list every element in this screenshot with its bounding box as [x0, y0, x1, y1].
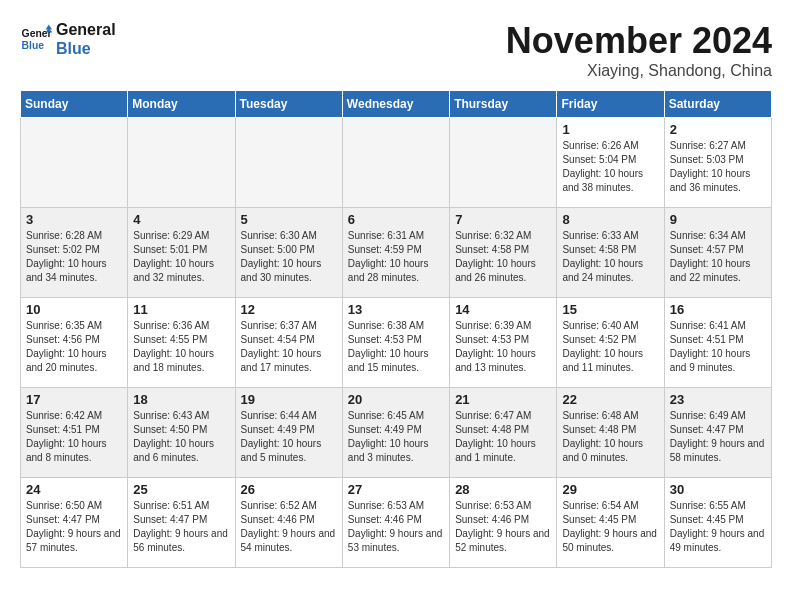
- calendar-cell: [128, 118, 235, 208]
- calendar-cell: 3Sunrise: 6:28 AM Sunset: 5:02 PM Daylig…: [21, 208, 128, 298]
- logo-icon: General Blue: [20, 23, 52, 55]
- calendar-week-3: 10Sunrise: 6:35 AM Sunset: 4:56 PM Dayli…: [21, 298, 772, 388]
- calendar-cell: 21Sunrise: 6:47 AM Sunset: 4:48 PM Dayli…: [450, 388, 557, 478]
- calendar-cell: [450, 118, 557, 208]
- day-content: Sunrise: 6:31 AM Sunset: 4:59 PM Dayligh…: [348, 229, 444, 285]
- calendar-week-1: 1Sunrise: 6:26 AM Sunset: 5:04 PM Daylig…: [21, 118, 772, 208]
- weekday-header-saturday: Saturday: [664, 91, 771, 118]
- calendar-cell: 7Sunrise: 6:32 AM Sunset: 4:58 PM Daylig…: [450, 208, 557, 298]
- day-content: Sunrise: 6:43 AM Sunset: 4:50 PM Dayligh…: [133, 409, 229, 465]
- day-number: 15: [562, 302, 658, 317]
- day-content: Sunrise: 6:34 AM Sunset: 4:57 PM Dayligh…: [670, 229, 766, 285]
- calendar-week-4: 17Sunrise: 6:42 AM Sunset: 4:51 PM Dayli…: [21, 388, 772, 478]
- day-content: Sunrise: 6:55 AM Sunset: 4:45 PM Dayligh…: [670, 499, 766, 555]
- weekday-header-tuesday: Tuesday: [235, 91, 342, 118]
- calendar-week-2: 3Sunrise: 6:28 AM Sunset: 5:02 PM Daylig…: [21, 208, 772, 298]
- day-content: Sunrise: 6:26 AM Sunset: 5:04 PM Dayligh…: [562, 139, 658, 195]
- calendar-cell: [235, 118, 342, 208]
- weekday-header-row: SundayMondayTuesdayWednesdayThursdayFrid…: [21, 91, 772, 118]
- weekday-header-wednesday: Wednesday: [342, 91, 449, 118]
- calendar-cell: 17Sunrise: 6:42 AM Sunset: 4:51 PM Dayli…: [21, 388, 128, 478]
- day-content: Sunrise: 6:33 AM Sunset: 4:58 PM Dayligh…: [562, 229, 658, 285]
- day-number: 13: [348, 302, 444, 317]
- location-subtitle: Xiaying, Shandong, China: [506, 62, 772, 80]
- calendar-cell: 15Sunrise: 6:40 AM Sunset: 4:52 PM Dayli…: [557, 298, 664, 388]
- header: General Blue General Blue November 2024 …: [20, 20, 772, 80]
- day-content: Sunrise: 6:48 AM Sunset: 4:48 PM Dayligh…: [562, 409, 658, 465]
- day-number: 29: [562, 482, 658, 497]
- calendar-cell: 6Sunrise: 6:31 AM Sunset: 4:59 PM Daylig…: [342, 208, 449, 298]
- weekday-header-friday: Friday: [557, 91, 664, 118]
- day-content: Sunrise: 6:52 AM Sunset: 4:46 PM Dayligh…: [241, 499, 337, 555]
- calendar-cell: 13Sunrise: 6:38 AM Sunset: 4:53 PM Dayli…: [342, 298, 449, 388]
- day-number: 9: [670, 212, 766, 227]
- calendar-cell: 5Sunrise: 6:30 AM Sunset: 5:00 PM Daylig…: [235, 208, 342, 298]
- calendar-cell: 23Sunrise: 6:49 AM Sunset: 4:47 PM Dayli…: [664, 388, 771, 478]
- day-content: Sunrise: 6:45 AM Sunset: 4:49 PM Dayligh…: [348, 409, 444, 465]
- calendar-cell: 28Sunrise: 6:53 AM Sunset: 4:46 PM Dayli…: [450, 478, 557, 568]
- day-content: Sunrise: 6:42 AM Sunset: 4:51 PM Dayligh…: [26, 409, 122, 465]
- calendar-cell: 30Sunrise: 6:55 AM Sunset: 4:45 PM Dayli…: [664, 478, 771, 568]
- day-content: Sunrise: 6:54 AM Sunset: 4:45 PM Dayligh…: [562, 499, 658, 555]
- calendar-cell: 8Sunrise: 6:33 AM Sunset: 4:58 PM Daylig…: [557, 208, 664, 298]
- day-number: 1: [562, 122, 658, 137]
- day-content: Sunrise: 6:39 AM Sunset: 4:53 PM Dayligh…: [455, 319, 551, 375]
- day-content: Sunrise: 6:27 AM Sunset: 5:03 PM Dayligh…: [670, 139, 766, 195]
- calendar-cell: 24Sunrise: 6:50 AM Sunset: 4:47 PM Dayli…: [21, 478, 128, 568]
- day-number: 30: [670, 482, 766, 497]
- day-number: 18: [133, 392, 229, 407]
- calendar-cell: 14Sunrise: 6:39 AM Sunset: 4:53 PM Dayli…: [450, 298, 557, 388]
- day-content: Sunrise: 6:53 AM Sunset: 4:46 PM Dayligh…: [455, 499, 551, 555]
- day-number: 12: [241, 302, 337, 317]
- calendar-cell: 16Sunrise: 6:41 AM Sunset: 4:51 PM Dayli…: [664, 298, 771, 388]
- day-number: 6: [348, 212, 444, 227]
- day-content: Sunrise: 6:40 AM Sunset: 4:52 PM Dayligh…: [562, 319, 658, 375]
- day-number: 14: [455, 302, 551, 317]
- day-number: 3: [26, 212, 122, 227]
- day-content: Sunrise: 6:50 AM Sunset: 4:47 PM Dayligh…: [26, 499, 122, 555]
- day-number: 10: [26, 302, 122, 317]
- calendar-cell: 2Sunrise: 6:27 AM Sunset: 5:03 PM Daylig…: [664, 118, 771, 208]
- calendar-cell: 4Sunrise: 6:29 AM Sunset: 5:01 PM Daylig…: [128, 208, 235, 298]
- day-number: 7: [455, 212, 551, 227]
- calendar-table: SundayMondayTuesdayWednesdayThursdayFrid…: [20, 90, 772, 568]
- calendar-cell: [342, 118, 449, 208]
- calendar-cell: 10Sunrise: 6:35 AM Sunset: 4:56 PM Dayli…: [21, 298, 128, 388]
- calendar-cell: 22Sunrise: 6:48 AM Sunset: 4:48 PM Dayli…: [557, 388, 664, 478]
- title-area: November 2024 Xiaying, Shandong, China: [506, 20, 772, 80]
- day-number: 17: [26, 392, 122, 407]
- calendar-cell: 9Sunrise: 6:34 AM Sunset: 4:57 PM Daylig…: [664, 208, 771, 298]
- calendar-cell: 20Sunrise: 6:45 AM Sunset: 4:49 PM Dayli…: [342, 388, 449, 478]
- calendar-cell: 25Sunrise: 6:51 AM Sunset: 4:47 PM Dayli…: [128, 478, 235, 568]
- weekday-header-thursday: Thursday: [450, 91, 557, 118]
- day-content: Sunrise: 6:38 AM Sunset: 4:53 PM Dayligh…: [348, 319, 444, 375]
- day-content: Sunrise: 6:49 AM Sunset: 4:47 PM Dayligh…: [670, 409, 766, 465]
- calendar-cell: 19Sunrise: 6:44 AM Sunset: 4:49 PM Dayli…: [235, 388, 342, 478]
- day-content: Sunrise: 6:35 AM Sunset: 4:56 PM Dayligh…: [26, 319, 122, 375]
- logo-general: General: [56, 20, 116, 39]
- weekday-header-sunday: Sunday: [21, 91, 128, 118]
- day-content: Sunrise: 6:36 AM Sunset: 4:55 PM Dayligh…: [133, 319, 229, 375]
- day-content: Sunrise: 6:37 AM Sunset: 4:54 PM Dayligh…: [241, 319, 337, 375]
- calendar-cell: 29Sunrise: 6:54 AM Sunset: 4:45 PM Dayli…: [557, 478, 664, 568]
- calendar-cell: 12Sunrise: 6:37 AM Sunset: 4:54 PM Dayli…: [235, 298, 342, 388]
- day-number: 11: [133, 302, 229, 317]
- weekday-header-monday: Monday: [128, 91, 235, 118]
- calendar-cell: 1Sunrise: 6:26 AM Sunset: 5:04 PM Daylig…: [557, 118, 664, 208]
- day-number: 5: [241, 212, 337, 227]
- day-content: Sunrise: 6:41 AM Sunset: 4:51 PM Dayligh…: [670, 319, 766, 375]
- calendar-cell: 11Sunrise: 6:36 AM Sunset: 4:55 PM Dayli…: [128, 298, 235, 388]
- day-number: 16: [670, 302, 766, 317]
- day-content: Sunrise: 6:44 AM Sunset: 4:49 PM Dayligh…: [241, 409, 337, 465]
- day-number: 27: [348, 482, 444, 497]
- day-number: 23: [670, 392, 766, 407]
- day-content: Sunrise: 6:32 AM Sunset: 4:58 PM Dayligh…: [455, 229, 551, 285]
- day-number: 19: [241, 392, 337, 407]
- day-number: 20: [348, 392, 444, 407]
- day-number: 4: [133, 212, 229, 227]
- month-title: November 2024: [506, 20, 772, 62]
- day-content: Sunrise: 6:51 AM Sunset: 4:47 PM Dayligh…: [133, 499, 229, 555]
- day-number: 8: [562, 212, 658, 227]
- calendar-cell: 26Sunrise: 6:52 AM Sunset: 4:46 PM Dayli…: [235, 478, 342, 568]
- day-number: 24: [26, 482, 122, 497]
